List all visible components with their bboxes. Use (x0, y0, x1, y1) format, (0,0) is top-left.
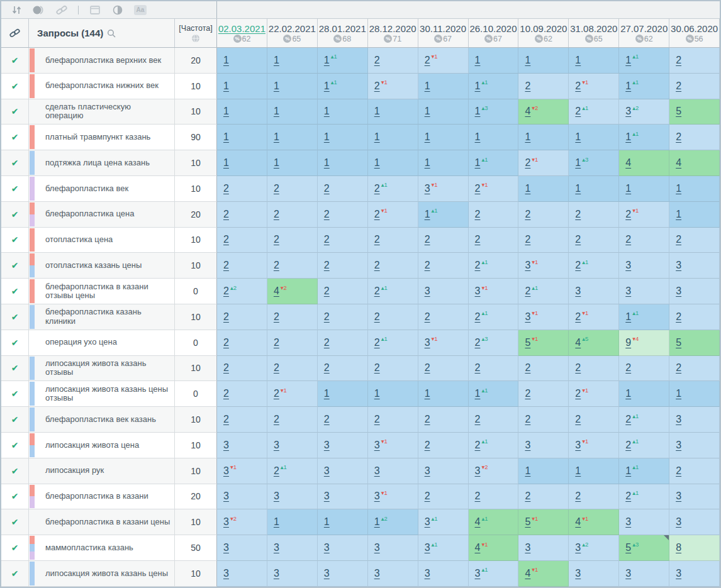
keyword-checkbox[interactable]: ✔ (1, 99, 29, 125)
position-cell[interactable]: 3 (318, 561, 368, 587)
position-cell[interactable]: 1 (217, 150, 267, 176)
position-cell[interactable]: 2 (518, 202, 569, 228)
position-cell[interactable]: 2 (669, 458, 720, 484)
position-cell[interactable]: 1 (619, 381, 669, 407)
position-value[interactable]: 1 (274, 55, 279, 66)
position-value[interactable]: 1 (625, 465, 631, 477)
position-cell[interactable]: 2▾1 (368, 202, 418, 228)
position-value[interactable]: 2 (324, 362, 330, 374)
position-value[interactable]: 2 (625, 491, 631, 502)
position-value[interactable]: 2 (223, 286, 229, 297)
position-value[interactable]: 3 (676, 260, 681, 271)
position-value[interactable]: 2 (475, 491, 481, 502)
panel-icon[interactable] (89, 4, 101, 16)
keyword-checkbox[interactable]: ✔ (1, 407, 29, 433)
position-cell[interactable]: 3 (418, 561, 469, 587)
position-cell[interactable]: 2▴1 (368, 176, 418, 202)
position-cell[interactable]: 2 (669, 304, 720, 330)
position-value[interactable]: 1 (525, 183, 530, 194)
position-value[interactable]: 3 (425, 337, 430, 348)
keyword-cell[interactable]: блефаропластика в казани отзывы цены (29, 279, 175, 304)
position-cell[interactable]: 3▾1 (518, 304, 569, 330)
position-value[interactable]: 2 (274, 183, 279, 194)
position-value[interactable]: 3 (425, 542, 430, 553)
position-cell[interactable]: 1 (518, 458, 569, 484)
keyword-cell[interactable]: блефаропластика казань клиники (29, 304, 175, 330)
position-value[interactable]: 1 (223, 55, 229, 66)
position-value[interactable]: 3 (324, 440, 330, 451)
position-cell[interactable]: 2 (368, 407, 418, 433)
position-cell[interactable]: 2▴1 (569, 253, 619, 279)
position-cell[interactable]: 5▾1 (518, 330, 569, 356)
position-cell[interactable]: 1▴1 (619, 304, 669, 330)
position-cell[interactable]: 2▴1 (469, 433, 519, 458)
position-cell[interactable]: 1▴1 (318, 74, 368, 99)
position-value[interactable]: 2 (676, 131, 681, 143)
position-cell[interactable]: 3 (368, 561, 418, 587)
position-cell[interactable]: 2 (368, 253, 418, 279)
position-value[interactable]: 1 (223, 157, 229, 169)
position-value[interactable]: 1 (625, 388, 631, 399)
position-value[interactable]: 1 (625, 311, 631, 323)
position-cell[interactable]: 2 (669, 74, 720, 99)
keyword-cell[interactable]: подтяжка лица цена казань (29, 150, 175, 176)
keyword-checkbox[interactable]: ✔ (1, 48, 29, 74)
position-value[interactable]: 4 (676, 157, 681, 169)
position-value[interactable]: 2 (525, 286, 530, 297)
position-cell[interactable]: 3 (418, 458, 469, 484)
keyword-checkbox[interactable]: ✔ (1, 330, 29, 356)
position-cell[interactable]: 2▴1 (368, 279, 418, 304)
position-value[interactable]: 1 (475, 55, 481, 66)
position-cell[interactable]: 2 (267, 202, 318, 228)
position-value[interactable]: 2 (374, 80, 380, 92)
position-cell[interactable]: 3 (267, 561, 318, 587)
position-value[interactable]: 5 (676, 337, 681, 348)
position-cell[interactable]: 3▴1 (469, 561, 519, 587)
position-cell[interactable]: 1▴1 (619, 74, 669, 99)
position-cell[interactable]: 3▴1 (418, 535, 469, 561)
position-value[interactable]: 3 (676, 568, 681, 579)
position-value[interactable]: 2 (223, 311, 229, 323)
position-value[interactable]: 1 (425, 209, 430, 220)
position-cell[interactable]: 3 (619, 561, 669, 587)
position-cell[interactable]: 3 (619, 279, 669, 304)
position-value[interactable]: 2 (324, 311, 330, 323)
position-cell[interactable]: 5 (669, 330, 720, 356)
position-value[interactable]: 4 (525, 568, 530, 579)
position-value[interactable]: 2 (575, 311, 581, 323)
position-value[interactable]: 3 (425, 568, 430, 579)
position-value[interactable]: 2 (274, 414, 279, 425)
keyword-cell[interactable]: блефаропластика в казани (29, 484, 175, 510)
position-cell[interactable]: 2 (318, 202, 368, 228)
frequency-column-header[interactable]: [Частота] (175, 19, 217, 47)
position-value[interactable]: 2 (676, 362, 681, 374)
position-value[interactable]: 3 (274, 491, 279, 502)
position-cell[interactable]: 2▴1 (619, 433, 669, 458)
position-value[interactable]: 2 (274, 311, 279, 323)
keyword-cell[interactable]: липосакция живота казань цены (29, 561, 175, 587)
position-cell[interactable]: 4▴5 (569, 330, 619, 356)
position-cell[interactable]: 2 (267, 356, 318, 382)
position-cell[interactable]: 1 (569, 176, 619, 202)
position-cell[interactable]: 2 (569, 356, 619, 382)
position-value[interactable]: 3 (676, 414, 681, 425)
position-cell[interactable]: 1 (368, 125, 418, 150)
position-value[interactable]: 2 (324, 337, 330, 348)
position-value[interactable]: 3 (374, 568, 380, 579)
position-cell[interactable]: 2 (669, 228, 720, 253)
keyword-cell[interactable]: блефаропластика верхних век (29, 48, 175, 74)
position-value[interactable]: 1 (324, 157, 330, 169)
position-cell[interactable]: 2 (318, 407, 368, 433)
position-cell[interactable]: 2 (368, 304, 418, 330)
contrast-icon[interactable] (111, 4, 124, 16)
position-cell[interactable]: 2 (569, 202, 619, 228)
position-cell[interactable]: 3▾1 (368, 484, 418, 510)
position-value[interactable]: 2 (374, 55, 380, 66)
position-value[interactable]: 1 (425, 157, 430, 169)
position-cell[interactable]: 1 (217, 48, 267, 74)
position-value[interactable]: 2 (374, 414, 380, 425)
position-cell[interactable]: 3 (217, 484, 267, 510)
position-cell[interactable]: 2 (368, 48, 418, 74)
position-value[interactable]: 2 (525, 414, 530, 425)
position-value[interactable]: 2 (324, 260, 330, 271)
